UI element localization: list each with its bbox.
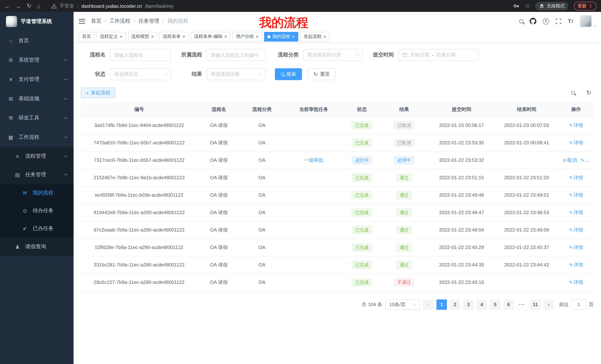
browser-reload-icon[interactable]: ↻	[27, 3, 31, 9]
pagination-page-11[interactable]: 11	[530, 299, 541, 310]
pagination-page-6[interactable]: 6	[503, 299, 514, 310]
tab-close-icon[interactable]: ×	[323, 34, 326, 39]
address-bar[interactable]: 不安全 | dashboard.yudao.iocoder.cn/bpm/tas…	[51, 3, 174, 9]
category-select[interactable]: 请选择流程分类	[303, 49, 362, 61]
page-size-value: 10条/页	[389, 301, 406, 308]
detail-link[interactable]: ✎详情	[569, 262, 583, 267]
browser-menu-icon[interactable]: ⋮	[588, 3, 593, 9]
cell-submit-time: 2022-01-22 23:51:15	[429, 169, 495, 186]
fullscreen-icon[interactable]	[555, 18, 561, 24]
tab-close-icon[interactable]: ×	[256, 34, 259, 39]
browser-home-icon[interactable]: ⌂	[37, 3, 40, 9]
key-icon[interactable]	[513, 3, 520, 9]
sidebar-item-my-process[interactable]: ✉我的流程	[0, 184, 74, 202]
start-process-button[interactable]: + 发起流程	[81, 87, 115, 98]
chevron-up-icon	[64, 174, 67, 177]
browser-forward-icon[interactable]: →	[16, 3, 21, 9]
cancel-link[interactable]: ⊘取消	[563, 157, 577, 163]
page-jump-input[interactable]	[571, 299, 586, 310]
result-badge: 通过	[396, 208, 412, 217]
tab-label: 流程定义	[100, 33, 118, 40]
sidebar-item-leave-query[interactable]: ♟请假查询	[0, 238, 74, 256]
pagination-next-button[interactable]: ›	[543, 299, 554, 310]
bookmark-star-icon[interactable]: ☆	[525, 3, 530, 9]
current-task-link[interactable]: 一级审批	[304, 157, 323, 163]
breadcrumb-item[interactable]: 工作流程	[110, 18, 130, 25]
pagination-ellipsis[interactable]: ···	[517, 299, 527, 310]
detail-link[interactable]: ✎详情	[569, 192, 583, 198]
sidebar-item-done-tasks[interactable]: ✔已办任务	[0, 220, 74, 238]
pagination-page-4[interactable]: 4	[477, 299, 487, 310]
pagination-page-2[interactable]: 2	[450, 299, 460, 310]
detail-link[interactable]: ✎详情	[569, 210, 583, 215]
tab-user-group[interactable]: 用户分组×	[233, 32, 262, 41]
pagination-page-3[interactable]: 3	[463, 299, 474, 310]
result-select[interactable]: 请选择流结果	[207, 68, 266, 80]
show-search-icon[interactable]	[568, 88, 578, 98]
owner-process-input[interactable]	[210, 52, 262, 58]
breadcrumb-item[interactable]: 任务管理	[139, 18, 159, 25]
browser-update-button[interactable]: 更新 ⋮	[574, 2, 597, 10]
browser-back-icon[interactable]: ←	[4, 3, 10, 9]
process-name-input[interactable]	[114, 52, 167, 58]
help-icon[interactable]: ?	[542, 18, 549, 24]
reset-button[interactable]: ↻ 重置	[308, 68, 336, 80]
sidebar-toggle-icon[interactable]	[79, 19, 85, 24]
tab-process-model[interactable]: 流程模型×	[128, 32, 157, 41]
cell-end-time	[495, 151, 559, 169]
column-category: 流程分类	[240, 102, 283, 116]
pagination-page-5[interactable]: 5	[490, 299, 500, 310]
user-menu[interactable]	[580, 15, 596, 27]
tab-home[interactable]: 首页	[79, 32, 94, 41]
tab-process-form[interactable]: 流程表单×	[159, 32, 189, 41]
edit-icon: ✎	[569, 210, 573, 215]
breadcrumb-item[interactable]: 首页	[91, 18, 101, 25]
tab-close-icon[interactable]: ×	[120, 34, 122, 39]
sidebar-item-home[interactable]: ⌂首页	[0, 31, 74, 50]
search-button[interactable]: 搜索	[275, 68, 302, 80]
sidebar-item-payment[interactable]: ¥支付管理	[0, 70, 74, 89]
font-size-icon[interactable]: TT	[568, 18, 573, 25]
cell-current-task	[283, 239, 344, 256]
tab-close-icon[interactable]: ×	[292, 34, 295, 39]
edit-icon: ✎	[569, 280, 573, 285]
tab-close-icon[interactable]: ×	[151, 34, 154, 39]
detail-link[interactable]: ✎详情	[569, 122, 583, 128]
sidebar-item-todo-tasks[interactable]: ⊙待办任务	[0, 202, 74, 220]
search-icon[interactable]	[519, 19, 523, 23]
sidebar-item-dev-tools[interactable]: ⚒研发工具	[0, 108, 74, 128]
refresh-icon[interactable]: ↻	[584, 88, 594, 98]
cell-result: 通过	[380, 256, 429, 273]
detail-link[interactable]: ✎详情	[581, 157, 594, 163]
cell-category: OA	[240, 116, 283, 134]
tab-my-process[interactable]: 我的流程×	[264, 32, 298, 41]
detail-link[interactable]: ✎详情	[569, 279, 583, 285]
action-label: 详情	[573, 262, 583, 267]
status-select[interactable]: 请选择状态	[110, 68, 171, 80]
tab-close-icon[interactable]: ×	[182, 34, 185, 39]
status-placeholder: 请选择状态	[114, 71, 138, 77]
sidebar-item-infrastructure[interactable]: ⊞基础设施	[0, 89, 74, 108]
detail-link[interactable]: ✎详情	[569, 140, 583, 145]
page-size-select[interactable]: 10条/页	[385, 299, 420, 310]
cell-end-time: 2022-01-23 00:08:41	[495, 134, 559, 151]
pagination-page-1[interactable]: 1	[436, 299, 447, 310]
tab-start-process[interactable]: 发起流程×	[300, 32, 330, 41]
tab-close-icon[interactable]: ×	[224, 34, 227, 39]
infrastructure-icon: ⊞	[7, 96, 14, 102]
detail-link[interactable]: ✎详情	[569, 227, 583, 232]
tab-process-definition[interactable]: 流程定义×	[97, 32, 126, 41]
github-icon[interactable]	[530, 18, 536, 25]
result-badge: 通过	[396, 243, 412, 251]
detail-link[interactable]: ✎详情	[569, 175, 583, 180]
detail-link[interactable]: ✎详情	[569, 244, 583, 250]
sidebar-item-process-manage[interactable]: ≡流程管理	[0, 147, 74, 165]
pagination-prev-button[interactable]: ‹	[423, 299, 433, 310]
user-avatar[interactable]	[580, 15, 592, 27]
tab-process-form-edit[interactable]: 流程表单-编辑×	[191, 32, 230, 41]
sidebar-item-workflow[interactable]: ▦工作流程	[0, 128, 74, 147]
workflow-icon: ▦	[7, 134, 14, 140]
submit-time-range-picker[interactable]: 开始日期 - 结束日期	[398, 49, 478, 61]
sidebar-item-system[interactable]: ⚙系统管理	[0, 50, 74, 70]
sidebar-item-task-manage[interactable]: ▤任务管理	[0, 165, 74, 184]
